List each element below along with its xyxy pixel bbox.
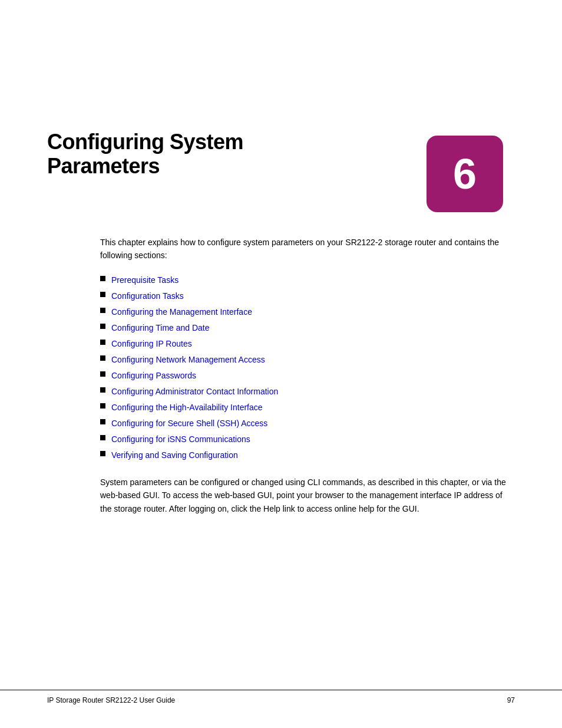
bullet-icon: [100, 451, 105, 456]
toc-link-ssh-access[interactable]: Configuring for Secure Shell (SSH) Acces…: [111, 417, 267, 430]
bullet-icon: [100, 403, 105, 409]
list-item: Configuring the Management Interface: [100, 306, 515, 318]
bullet-icon: [100, 308, 105, 313]
toc-link-ip-routes[interactable]: Configuring IP Routes: [111, 338, 192, 350]
toc-list: Prerequisite TasksConfiguration TasksCon…: [100, 274, 515, 462]
intro-paragraph: This chapter explains how to configure s…: [100, 236, 515, 262]
toc-link-network-mgmt[interactable]: Configuring Network Management Access: [111, 354, 265, 366]
chapter-badge: 6: [427, 136, 503, 212]
bullet-icon: [100, 435, 105, 440]
page-footer: IP Storage Router SR2122-2 User Guide 97: [0, 690, 562, 704]
list-item: Configuring IP Routes: [100, 338, 515, 350]
closing-paragraph: System parameters can be configured or c…: [100, 476, 515, 515]
footer-page-number: 97: [507, 696, 515, 704]
toc-link-passwords[interactable]: Configuring Passwords: [111, 370, 196, 382]
bullet-icon: [100, 276, 105, 281]
toc-link-time-date[interactable]: Configuring Time and Date: [111, 322, 210, 334]
bullet-icon: [100, 340, 105, 345]
list-item: Configuring Time and Date: [100, 322, 515, 334]
bullet-icon: [100, 355, 105, 361]
list-item: Configuring for Secure Shell (SSH) Acces…: [100, 417, 515, 430]
toc-link-isns[interactable]: Configuring for iSNS Communications: [111, 433, 250, 446]
bullet-icon: [100, 419, 105, 424]
page: Configuring System Parameters 6 This cha…: [0, 0, 562, 728]
bullet-icon: [100, 292, 105, 297]
bullet-icon: [100, 324, 105, 329]
chapter-number: 6: [453, 153, 477, 195]
toc-link-ha-interface[interactable]: Configuring the High-Availability Interf…: [111, 401, 263, 414]
bullet-icon: [100, 371, 105, 377]
list-item: Configuring for iSNS Communications: [100, 433, 515, 446]
list-item: Configuration Tasks: [100, 290, 515, 302]
toc-link-prerequisite-tasks[interactable]: Prerequisite Tasks: [111, 274, 178, 286]
bullet-icon: [100, 387, 105, 393]
list-item: Configuring Network Management Access: [100, 354, 515, 366]
list-item: Configuring the High-Availability Interf…: [100, 401, 515, 414]
list-item: Prerequisite Tasks: [100, 274, 515, 286]
chapter-title-line2: Parameters: [47, 154, 160, 178]
list-item: Configuring Passwords: [100, 370, 515, 382]
footer-left: IP Storage Router SR2122-2 User Guide: [47, 696, 175, 704]
toc-link-verify-save[interactable]: Verifying and Saving Configuration: [111, 449, 238, 462]
header-area: [0, 0, 562, 94]
toc-link-mgmt-interface[interactable]: Configuring the Management Interface: [111, 306, 252, 318]
chapter-section: Configuring System Parameters 6: [0, 106, 562, 212]
content-area: This chapter explains how to configure s…: [0, 212, 562, 515]
chapter-title-line1: Configuring System: [47, 130, 243, 154]
list-item: Verifying and Saving Configuration: [100, 449, 515, 462]
toc-link-admin-contact[interactable]: Configuring Administrator Contact Inform…: [111, 386, 278, 398]
toc-link-configuration-tasks[interactable]: Configuration Tasks: [111, 290, 184, 302]
list-item: Configuring Administrator Contact Inform…: [100, 386, 515, 398]
chapter-title: Configuring System Parameters: [47, 130, 243, 179]
